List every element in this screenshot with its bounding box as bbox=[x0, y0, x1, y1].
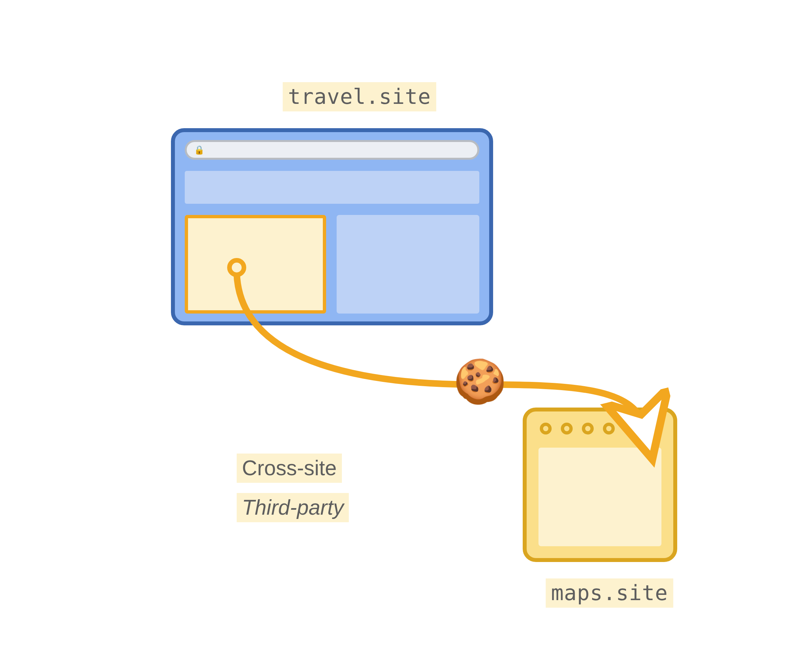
diagram-stage: travel.site 🔒 🍪 Cross-site bbox=[0, 0, 812, 656]
server-body bbox=[538, 448, 662, 546]
label-top-site: travel.site bbox=[283, 82, 436, 111]
label-third-party: Third-party bbox=[237, 493, 349, 522]
page-content-block bbox=[337, 215, 479, 314]
window-dot bbox=[540, 422, 552, 435]
window-dot bbox=[582, 422, 594, 435]
address-bar: 🔒 bbox=[185, 140, 479, 160]
third-party-server bbox=[523, 407, 677, 562]
lock-icon: 🔒 bbox=[194, 145, 205, 155]
window-dot bbox=[561, 422, 573, 435]
cookie-icon: 🍪 bbox=[453, 360, 507, 402]
window-dot bbox=[603, 422, 615, 435]
window-dots bbox=[540, 422, 615, 435]
embedded-iframe-block bbox=[185, 215, 326, 314]
label-cross-site: Cross-site bbox=[237, 453, 342, 483]
page-hero-block bbox=[185, 171, 479, 204]
browser-window: 🔒 bbox=[171, 128, 493, 325]
label-bottom-site: maps.site bbox=[546, 579, 673, 608]
